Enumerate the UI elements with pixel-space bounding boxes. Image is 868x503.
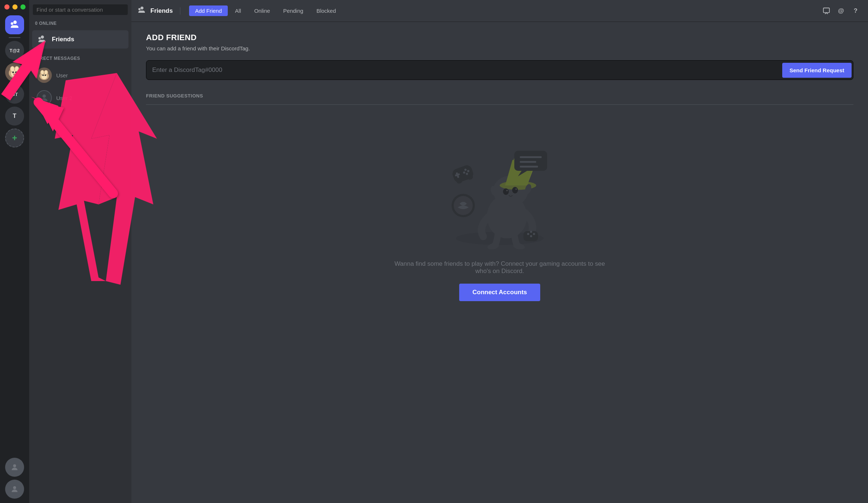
svg-point-19	[45, 70, 47, 74]
empty-state: Wanna find some friends to play with? Co…	[146, 111, 853, 316]
server-sidebar: T@2 GT T	[0, 0, 29, 503]
svg-point-34	[506, 190, 508, 191]
server-icon-gt[interactable]: GT	[5, 85, 24, 104]
online-count: 0 ONLINE	[29, 19, 131, 29]
svg-point-42	[530, 235, 532, 237]
add-server-button[interactable]: +	[5, 128, 24, 147]
dm-name-1: User	[56, 72, 68, 78]
svg-point-43	[533, 233, 535, 235]
traffic-lights	[0, 4, 26, 9]
new-dm-icon[interactable]	[820, 4, 833, 18]
search-bar	[29, 0, 131, 19]
svg-point-20	[41, 74, 47, 79]
dm-avatar-2	[37, 90, 52, 105]
home-button[interactable]	[5, 15, 24, 34]
svg-point-44	[530, 231, 532, 233]
search-input[interactable]	[33, 4, 128, 15]
friends-label: Friends	[52, 36, 74, 43]
content-area: ADD FRIEND You can add a friend with the…	[131, 22, 868, 503]
people-icon	[137, 6, 146, 16]
tab-blocked[interactable]: Blocked	[311, 5, 342, 16]
svg-rect-58	[520, 156, 542, 158]
maximize-button[interactable]	[20, 4, 26, 9]
add-friend-title: ADD FRIEND	[146, 33, 853, 42]
top-nav: Friends Add Friend All Online Pending Bl…	[131, 0, 868, 22]
empty-illustration	[430, 133, 569, 249]
main-content: Friends Add Friend All Online Pending Bl…	[131, 0, 868, 503]
add-friend-subtitle: You can add a friend with their DiscordT…	[146, 45, 853, 51]
svg-point-32	[503, 188, 509, 195]
tab-add-friend[interactable]: Add Friend	[189, 5, 227, 16]
server-icon-t[interactable]: T	[5, 107, 24, 126]
send-friend-request-button[interactable]: Send Friend Request	[782, 63, 852, 78]
sidebar-bottom-area	[5, 458, 24, 499]
tab-pending[interactable]: Pending	[277, 5, 309, 16]
empty-state-text: Wanna find some friends to play with? Co…	[390, 260, 609, 275]
discord-tag-input[interactable]	[152, 62, 782, 78]
dm-name-2: User 2	[56, 95, 72, 101]
discord-tag-input-wrapper: Send Friend Request	[146, 60, 853, 80]
dm-item-2[interactable]: User 2	[32, 87, 128, 108]
connect-accounts-button[interactable]: Connect Accounts	[459, 284, 540, 301]
tab-all[interactable]: All	[229, 5, 247, 16]
dm-section-header: DIRECT MESSAGES	[29, 50, 131, 64]
minimize-button[interactable]	[12, 4, 18, 9]
dm-item-1[interactable]: User	[32, 65, 128, 86]
mention-icon[interactable]: @	[834, 4, 848, 18]
svg-rect-60	[520, 166, 538, 168]
friends-nav-label: Friends	[150, 7, 180, 15]
server-icon-dog[interactable]	[5, 63, 24, 82]
svg-rect-59	[520, 161, 536, 163]
close-button[interactable]	[4, 4, 9, 9]
svg-rect-47	[451, 164, 475, 184]
svg-point-24	[138, 8, 141, 10]
help-icon[interactable]: ?	[849, 4, 862, 18]
svg-point-0	[11, 22, 14, 25]
svg-rect-25	[823, 8, 830, 12]
friends-icon	[37, 34, 47, 45]
svg-point-22	[45, 74, 46, 76]
svg-point-10	[13, 72, 14, 73]
svg-point-18	[41, 70, 44, 74]
svg-point-9	[13, 74, 16, 76]
svg-rect-56	[514, 151, 547, 171]
friend-suggestions-title: FRIEND SUGGESTIONS	[146, 93, 853, 105]
svg-point-14	[38, 37, 41, 40]
server-icon-t2[interactable]: T@2	[5, 41, 24, 60]
friends-nav-item[interactable]: Friends	[32, 30, 128, 49]
svg-point-12	[13, 464, 16, 467]
svg-point-41	[527, 233, 529, 235]
svg-point-11	[16, 72, 17, 73]
svg-point-13	[13, 486, 16, 489]
tab-online[interactable]: Online	[248, 5, 276, 16]
svg-point-35	[515, 188, 517, 190]
channel-sidebar: 0 ONLINE Friends DIRECT MESSAGES	[29, 0, 131, 503]
dm-avatar-1	[37, 68, 52, 83]
svg-point-23	[42, 95, 46, 98]
bottom-avatar-1[interactable]	[5, 458, 24, 477]
server-divider	[9, 37, 20, 38]
bottom-avatar-2[interactable]	[5, 480, 24, 499]
svg-point-21	[42, 74, 44, 76]
svg-point-33	[512, 187, 518, 193]
